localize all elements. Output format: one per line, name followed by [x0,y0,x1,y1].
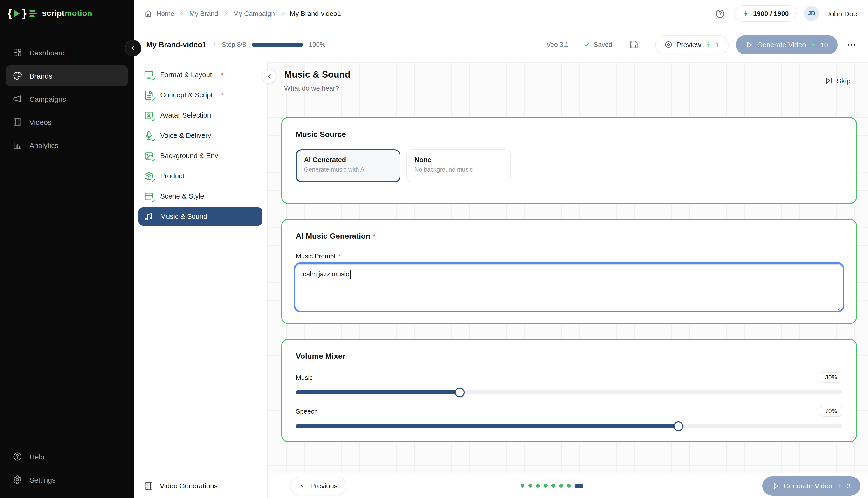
option-none[interactable]: None No background music [406,149,511,182]
logo-brace-left: { [8,8,12,18]
music-volume-label: Music [296,374,313,381]
generate-footer-cost: 3 [847,482,851,489]
progress-percent: 100% [309,41,326,48]
sidebar-item-dashboard[interactable]: Dashboard [6,42,128,63]
music-prompt-input[interactable]: calm jazz music [296,264,842,311]
avatar[interactable]: JD [804,6,819,21]
divider [647,38,648,51]
sidebar-item-campaigns[interactable]: Campaigns [6,88,128,109]
megaphone-icon [13,94,22,104]
slider-thumb[interactable] [455,388,465,397]
step-dot [521,484,524,488]
toolbar-actions: Veo 3.1 Saved Preview 1 Generate Video [546,35,858,54]
more-menu-button[interactable] [845,38,858,51]
app-root: { } scriptmotion Home My Brand My Campai… [0,0,868,498]
topbar-right: 1900 / 1900 JD John Doe [713,5,868,22]
sidebar-item-help[interactable]: Help [6,446,128,467]
previous-button[interactable]: Previous [290,476,347,495]
video-generations-label: Video Generations [160,482,218,489]
skip-forward-icon [825,77,833,85]
film-icon [13,117,22,127]
volume-mixer-card: Volume Mixer Music 30% Speech 70% [281,339,857,442]
option-desc: Generate music with AI [304,166,392,173]
skip-button[interactable]: Skip [822,76,854,85]
sidebar-item-brands[interactable]: Brands [6,65,128,86]
generate-video-button[interactable]: Generate Video 10 [736,35,838,54]
music-volume-badge: 30% [820,372,842,383]
generate-video-footer-button[interactable]: Generate Video 3 [762,476,860,495]
preview-button[interactable]: Preview 1 [655,35,729,54]
step-item-music-sound[interactable]: Music & Sound [139,207,263,226]
step-item-scene-style[interactable]: Scene & Style [139,187,263,205]
video-generations-link[interactable]: Video Generations [133,473,267,498]
step-label: Product [160,172,184,180]
step-dot [544,484,548,488]
step-dot [551,484,556,488]
step-dots [521,484,583,488]
chevron-left-icon [266,73,272,79]
logo-script-lines-icon [29,10,37,17]
logo[interactable]: { } scriptmotion [0,0,133,27]
preview-cost: 1 [716,41,720,49]
steps-collapse-button[interactable] [262,69,277,83]
step-dot [528,484,532,488]
logo-play-icon [14,10,20,17]
breadcrumb-my-campaign[interactable]: My Campaign [233,10,275,17]
user-name[interactable]: John Doe [827,9,857,17]
logo-brace-right: } [22,8,27,18]
sidebar-item-settings[interactable]: Settings [6,469,128,490]
step-item-product[interactable]: Product [139,167,263,185]
ellipsis-icon [847,40,856,49]
music-notes-icon [144,211,154,222]
chevron-right-icon [279,10,285,17]
step-label: Avatar Selection [160,112,211,119]
eye-icon [664,40,672,49]
breadcrumb: Home My Brand My Campaign My Brand-video… [144,10,341,17]
page-subtitle: What do we hear? [284,84,854,92]
required-marker: * [221,91,224,99]
option-ai-generated[interactable]: AI Generated Generate music with AI [296,149,400,182]
save-button[interactable] [627,38,640,51]
step-item-format-layout[interactable]: Format & Layout * [139,66,263,84]
progress-fill [252,43,303,47]
sidebar-collapse-button[interactable] [125,40,141,56]
wizard-footer: Previous Generate Video 3 [268,473,868,498]
speech-volume-slider[interactable] [296,421,842,431]
play-icon [772,482,780,489]
speech-volume-row: Speech 70% [296,406,842,417]
slider-fill [296,424,678,428]
step-dot [536,484,540,488]
slider-thumb[interactable] [674,421,683,431]
step-label: Background & Env [160,152,218,160]
step-item-voice-delivery[interactable]: Voice & Delivery [139,126,263,145]
step-indicator: Step 8/8 [222,41,246,48]
breadcrumb-current: My Brand-video1 [290,10,341,17]
home-icon [144,10,152,17]
music-source-title: Music Source [296,130,842,139]
step-item-avatar-selection[interactable]: Avatar Selection [139,106,263,124]
breadcrumb-my-brand[interactable]: My Brand [189,10,218,17]
chevron-right-icon [179,10,185,17]
step-label: Music & Sound [160,213,207,220]
step-item-background-env[interactable]: Background & Env [139,146,263,165]
credits-pill[interactable]: 1900 / 1900 [735,5,796,22]
help-icon[interactable] [713,6,727,21]
breadcrumb-home[interactable]: Home [156,10,175,17]
step-label: Voice & Delivery [160,132,211,139]
film-icon [144,481,153,490]
sidebar-item-analytics[interactable]: Analytics [6,134,128,156]
sidebar-item-label: Brands [29,71,52,80]
content-header: Music & Sound What do we hear? Skip [268,62,868,100]
step-item-concept-script[interactable]: Concept & Script * [139,86,263,104]
music-source-card: Music Source AI Generated Generate music… [281,117,857,204]
speech-volume-badge: 70% [820,406,842,417]
saved-status: Saved [584,41,612,48]
chevron-right-icon [223,10,229,17]
title-separator: / [213,41,215,49]
monitor-icon [144,70,154,80]
sidebar-item-videos[interactable]: Videos [6,112,128,133]
sidebar-item-label: Dashboard [29,49,65,57]
music-volume-slider[interactable] [296,388,842,397]
dashboard-grid-icon [13,48,22,57]
model-label: Veo 3.1 [546,41,569,48]
